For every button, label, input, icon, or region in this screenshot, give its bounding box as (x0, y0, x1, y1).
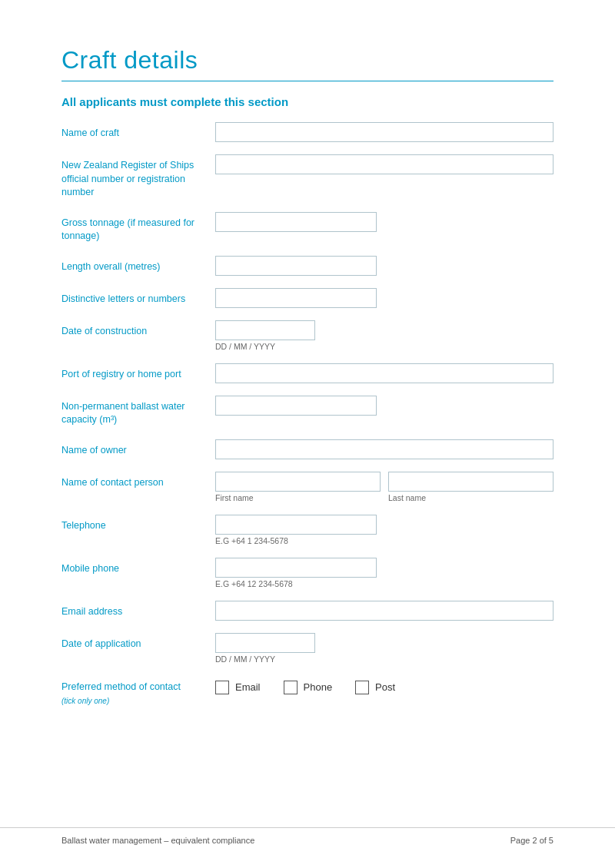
contact-option-post[interactable]: Post (355, 681, 395, 694)
input-length-overall[interactable] (215, 256, 377, 276)
field-mobile: Mobile phone E.G +64 12 234-5678 (62, 558, 554, 588)
input-telephone[interactable] (215, 515, 377, 535)
hint-date-construction: DD / MM / YYYY (215, 342, 554, 351)
input-nz-register[interactable] (215, 154, 554, 174)
field-area-name-of-craft (215, 122, 554, 142)
firstname-col: First name (215, 472, 381, 502)
label-name-owner: Name of owner (62, 439, 215, 458)
input-date-construction[interactable] (215, 320, 315, 340)
contact-option-phone[interactable]: Phone (284, 681, 333, 694)
label-email: Email address (62, 601, 215, 619)
input-name-of-craft[interactable] (215, 122, 554, 142)
input-date-application[interactable] (215, 633, 315, 653)
checkbox-phone[interactable] (284, 681, 298, 694)
checkbox-post[interactable] (355, 681, 369, 694)
hint-last-name: Last name (388, 493, 554, 502)
field-area-email (215, 601, 554, 621)
label-length-overall: Length overall (metres) (62, 256, 215, 274)
label-distinctive-letters: Distinctive letters or numbers (62, 288, 215, 306)
field-area-gross-tonnage (215, 212, 554, 232)
field-area-date-construction: DD / MM / YYYY (215, 320, 554, 351)
field-telephone: Telephone E.G +64 1 234-5678 (62, 515, 554, 545)
input-name-owner[interactable] (215, 439, 554, 459)
field-area-telephone: E.G +64 1 234-5678 (215, 515, 554, 545)
label-telephone: Telephone (62, 515, 215, 533)
field-name-of-craft: Name of craft (62, 122, 554, 142)
label-port-registry: Port of registry or home port (62, 363, 215, 382)
label-option-phone: Phone (304, 681, 333, 693)
subsection-title: All applicants must complete this sectio… (62, 95, 554, 108)
name-row: First name Last name (215, 472, 554, 502)
field-area-ballast-water (215, 396, 554, 416)
label-name-of-craft: Name of craft (62, 122, 215, 141)
field-area-mobile: E.G +64 12 234-5678 (215, 558, 554, 588)
label-option-email: Email (235, 681, 261, 693)
field-distinctive-letters: Distinctive letters or numbers (62, 288, 554, 308)
input-mobile[interactable] (215, 558, 377, 578)
hint-date-application: DD / MM / YYYY (215, 654, 554, 664)
field-area-length-overall (215, 256, 554, 276)
hint-telephone: E.G +64 1 234-5678 (215, 536, 554, 545)
input-ballast-water[interactable] (215, 396, 377, 416)
field-area-preferred-contact: Email Phone Post (215, 676, 554, 694)
field-area-distinctive-letters (215, 288, 554, 308)
field-gross-tonnage: Gross tonnage (if measured for tonnage) (62, 212, 554, 244)
hint-first-name: First name (215, 493, 381, 502)
footer-left-text: Ballast water management – equivalent co… (62, 836, 254, 845)
field-length-overall: Length overall (metres) (62, 256, 554, 276)
field-contact-person: Name of contact person First name Last n… (62, 472, 554, 502)
input-port-registry[interactable] (215, 363, 554, 383)
input-first-name[interactable] (215, 472, 381, 492)
field-name-owner: Name of owner (62, 439, 554, 459)
label-contact-person: Name of contact person (62, 472, 215, 490)
section-divider (62, 81, 554, 81)
field-email: Email address (62, 601, 554, 621)
label-date-application: Date of application (62, 633, 215, 651)
field-area-contact-person: First name Last name (215, 472, 554, 502)
checkbox-email[interactable] (215, 681, 229, 694)
lastname-col: Last name (388, 472, 554, 502)
field-area-date-application: DD / MM / YYYY (215, 633, 554, 664)
input-last-name[interactable] (388, 472, 554, 492)
field-nz-register: New Zealand Register of Ships official n… (62, 154, 554, 200)
label-gross-tonnage: Gross tonnage (if measured for tonnage) (62, 212, 215, 244)
field-port-registry: Port of registry or home port (62, 363, 554, 383)
label-mobile: Mobile phone (62, 558, 215, 576)
label-nz-register: New Zealand Register of Ships official n… (62, 154, 215, 200)
input-email[interactable] (215, 601, 554, 621)
tick-only-note: (tick only one) (62, 696, 215, 707)
section-title: Craft details (62, 46, 554, 75)
field-ballast-water: Non-permanent ballast water capacity (m³… (62, 396, 554, 427)
field-preferred-contact: Preferred method of contact (tick only o… (62, 676, 554, 707)
footer-right-text: Page 2 of 5 (510, 836, 554, 845)
label-option-post: Post (375, 681, 395, 693)
label-date-construction: Date of construction (62, 320, 215, 339)
label-ballast-water: Non-permanent ballast water capacity (m³… (62, 396, 215, 427)
input-gross-tonnage[interactable] (215, 212, 377, 232)
field-area-nz-register (215, 154, 554, 174)
field-area-name-owner (215, 439, 554, 459)
hint-mobile: E.G +64 12 234-5678 (215, 579, 554, 588)
contact-options: Email Phone Post (215, 676, 554, 694)
page-footer: Ballast water management – equivalent co… (0, 827, 615, 845)
label-preferred-contact: Preferred method of contact (tick only o… (62, 676, 215, 707)
field-area-port-registry (215, 363, 554, 383)
field-date-application: Date of application DD / MM / YYYY (62, 633, 554, 664)
input-distinctive-letters[interactable] (215, 288, 377, 308)
contact-option-email[interactable]: Email (215, 681, 261, 694)
field-date-construction: Date of construction DD / MM / YYYY (62, 320, 554, 351)
